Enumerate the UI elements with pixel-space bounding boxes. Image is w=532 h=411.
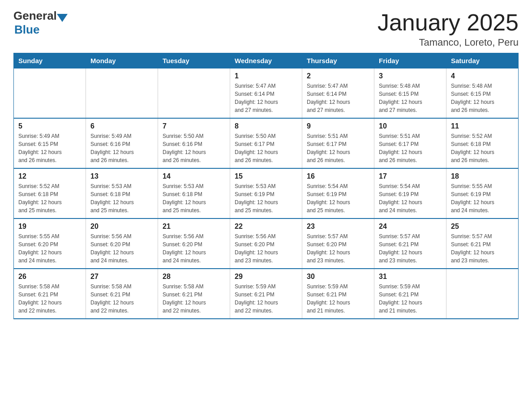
header-day-monday: Monday [86, 53, 158, 68]
calendar-cell: 16Sunrise: 5:54 AM Sunset: 6:19 PM Dayli… [302, 168, 374, 218]
day-number: 16 [307, 172, 369, 180]
day-number: 13 [90, 172, 153, 180]
logo: General Blue [13, 9, 68, 37]
day-info: Sunrise: 5:48 AM Sunset: 6:15 PM Dayligh… [451, 82, 514, 114]
day-info: Sunrise: 5:53 AM Sunset: 6:18 PM Dayligh… [163, 182, 225, 214]
day-number: 24 [379, 223, 442, 231]
calendar-cell: 1Sunrise: 5:47 AM Sunset: 6:14 PM Daylig… [230, 68, 302, 119]
header-day-thursday: Thursday [302, 53, 374, 68]
calendar-cell [446, 269, 519, 319]
day-info: Sunrise: 5:50 AM Sunset: 6:16 PM Dayligh… [163, 132, 225, 164]
day-number: 4 [451, 72, 514, 80]
day-info: Sunrise: 5:54 AM Sunset: 6:19 PM Dayligh… [379, 182, 442, 214]
day-info: Sunrise: 5:55 AM Sunset: 6:19 PM Dayligh… [451, 182, 514, 214]
day-number: 17 [379, 172, 442, 180]
day-info: Sunrise: 5:56 AM Sunset: 6:20 PM Dayligh… [90, 232, 153, 265]
calendar-week-row: 5Sunrise: 5:49 AM Sunset: 6:15 PM Daylig… [14, 118, 519, 168]
calendar-cell: 30Sunrise: 5:59 AM Sunset: 6:21 PM Dayli… [302, 269, 374, 319]
calendar-week-row: 26Sunrise: 5:58 AM Sunset: 6:21 PM Dayli… [14, 269, 519, 319]
day-number: 20 [90, 223, 153, 231]
day-number: 27 [90, 273, 153, 281]
day-info: Sunrise: 5:57 AM Sunset: 6:21 PM Dayligh… [379, 232, 442, 265]
logo-general-text: General [13, 9, 57, 23]
day-number: 19 [18, 223, 81, 231]
day-info: Sunrise: 5:49 AM Sunset: 6:16 PM Dayligh… [90, 132, 153, 164]
day-number: 1 [235, 72, 297, 80]
calendar-cell: 29Sunrise: 5:59 AM Sunset: 6:21 PM Dayli… [230, 269, 302, 319]
calendar-cell: 17Sunrise: 5:54 AM Sunset: 6:19 PM Dayli… [374, 168, 446, 218]
calendar-cell: 22Sunrise: 5:56 AM Sunset: 6:20 PM Dayli… [230, 218, 302, 269]
calendar-cell: 28Sunrise: 5:58 AM Sunset: 6:21 PM Dayli… [158, 269, 230, 319]
day-info: Sunrise: 5:53 AM Sunset: 6:19 PM Dayligh… [235, 182, 297, 214]
title-block: January 2025 Tamanco, Loreto, Peru [378, 9, 519, 48]
calendar-cell: 21Sunrise: 5:56 AM Sunset: 6:20 PM Dayli… [158, 218, 230, 269]
day-info: Sunrise: 5:54 AM Sunset: 6:19 PM Dayligh… [307, 182, 369, 214]
calendar-week-row: 1Sunrise: 5:47 AM Sunset: 6:14 PM Daylig… [14, 68, 519, 119]
calendar-cell: 26Sunrise: 5:58 AM Sunset: 6:21 PM Dayli… [14, 269, 86, 319]
calendar-cell: 23Sunrise: 5:57 AM Sunset: 6:20 PM Dayli… [302, 218, 374, 269]
header-day-sunday: Sunday [14, 53, 86, 68]
header-day-tuesday: Tuesday [158, 53, 230, 68]
day-info: Sunrise: 5:47 AM Sunset: 6:14 PM Dayligh… [307, 82, 369, 114]
day-number: 12 [18, 172, 81, 180]
day-number: 5 [18, 122, 81, 130]
calendar-cell: 12Sunrise: 5:52 AM Sunset: 6:18 PM Dayli… [14, 168, 86, 218]
day-info: Sunrise: 5:59 AM Sunset: 6:21 PM Dayligh… [235, 283, 297, 315]
calendar-cell: 13Sunrise: 5:53 AM Sunset: 6:18 PM Dayli… [86, 168, 158, 218]
day-info: Sunrise: 5:52 AM Sunset: 6:18 PM Dayligh… [18, 182, 81, 214]
calendar-cell: 20Sunrise: 5:56 AM Sunset: 6:20 PM Dayli… [86, 218, 158, 269]
day-info: Sunrise: 5:47 AM Sunset: 6:14 PM Dayligh… [235, 82, 297, 114]
header-day-wednesday: Wednesday [230, 53, 302, 68]
calendar-cell: 25Sunrise: 5:57 AM Sunset: 6:21 PM Dayli… [446, 218, 519, 269]
day-number: 10 [379, 122, 442, 130]
day-number: 26 [18, 273, 81, 281]
calendar-cell: 24Sunrise: 5:57 AM Sunset: 6:21 PM Dayli… [374, 218, 446, 269]
day-info: Sunrise: 5:53 AM Sunset: 6:18 PM Dayligh… [90, 182, 153, 214]
day-info: Sunrise: 5:55 AM Sunset: 6:20 PM Dayligh… [18, 232, 81, 265]
day-number: 23 [307, 223, 369, 231]
calendar-cell: 4Sunrise: 5:48 AM Sunset: 6:15 PM Daylig… [446, 68, 519, 119]
calendar-title: January 2025 [378, 9, 519, 36]
day-info: Sunrise: 5:49 AM Sunset: 6:15 PM Dayligh… [18, 132, 81, 164]
calendar-cell: 15Sunrise: 5:53 AM Sunset: 6:19 PM Dayli… [230, 168, 302, 218]
day-number: 8 [235, 122, 297, 130]
day-number: 21 [163, 223, 225, 231]
calendar-cell: 27Sunrise: 5:58 AM Sunset: 6:21 PM Dayli… [86, 269, 158, 319]
header-day-friday: Friday [374, 53, 446, 68]
calendar-subtitle: Tamanco, Loreto, Peru [378, 37, 519, 48]
calendar-cell [158, 68, 230, 119]
day-info: Sunrise: 5:52 AM Sunset: 6:18 PM Dayligh… [451, 132, 514, 164]
day-info: Sunrise: 5:56 AM Sunset: 6:20 PM Dayligh… [235, 232, 297, 265]
day-number: 3 [379, 72, 442, 80]
day-number: 9 [307, 122, 369, 130]
calendar-cell: 8Sunrise: 5:50 AM Sunset: 6:17 PM Daylig… [230, 118, 302, 168]
day-number: 31 [379, 273, 442, 281]
day-info: Sunrise: 5:51 AM Sunset: 6:17 PM Dayligh… [379, 132, 442, 164]
day-info: Sunrise: 5:51 AM Sunset: 6:17 PM Dayligh… [307, 132, 369, 164]
day-number: 25 [451, 223, 514, 231]
day-info: Sunrise: 5:48 AM Sunset: 6:15 PM Dayligh… [379, 82, 442, 114]
logo-arrow-icon [57, 14, 68, 22]
day-number: 14 [163, 172, 225, 180]
day-number: 6 [90, 122, 153, 130]
day-info: Sunrise: 5:58 AM Sunset: 6:21 PM Dayligh… [163, 283, 225, 315]
day-number: 2 [307, 72, 369, 80]
day-info: Sunrise: 5:59 AM Sunset: 6:21 PM Dayligh… [307, 283, 369, 315]
day-number: 30 [307, 273, 369, 281]
header-day-saturday: Saturday [446, 53, 519, 68]
day-number: 15 [235, 172, 297, 180]
calendar-cell: 9Sunrise: 5:51 AM Sunset: 6:17 PM Daylig… [302, 118, 374, 168]
calendar-table: SundayMondayTuesdayWednesdayThursdayFrid… [13, 53, 519, 319]
day-number: 28 [163, 273, 225, 281]
calendar-cell: 3Sunrise: 5:48 AM Sunset: 6:15 PM Daylig… [374, 68, 446, 119]
day-info: Sunrise: 5:50 AM Sunset: 6:17 PM Dayligh… [235, 132, 297, 164]
logo-blue-text: Blue [14, 23, 39, 36]
day-number: 11 [451, 122, 514, 130]
calendar-cell: 18Sunrise: 5:55 AM Sunset: 6:19 PM Dayli… [446, 168, 519, 218]
day-number: 18 [451, 172, 514, 180]
calendar-header-row: SundayMondayTuesdayWednesdayThursdayFrid… [14, 53, 519, 68]
calendar-cell: 10Sunrise: 5:51 AM Sunset: 6:17 PM Dayli… [374, 118, 446, 168]
calendar-week-row: 12Sunrise: 5:52 AM Sunset: 6:18 PM Dayli… [14, 168, 519, 218]
calendar-week-row: 19Sunrise: 5:55 AM Sunset: 6:20 PM Dayli… [14, 218, 519, 269]
day-info: Sunrise: 5:57 AM Sunset: 6:20 PM Dayligh… [307, 232, 369, 265]
